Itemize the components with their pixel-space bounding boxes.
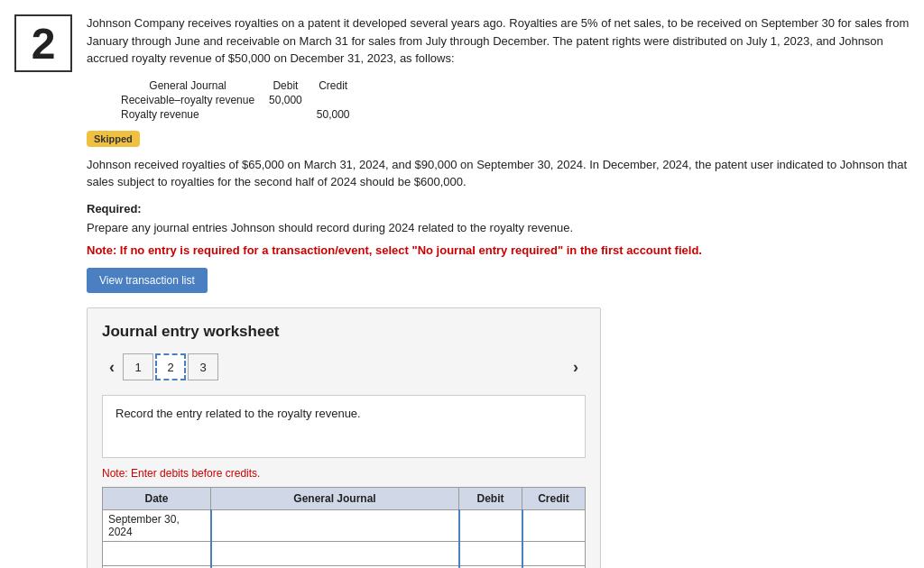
tab-1[interactable]: 1 <box>123 353 153 380</box>
gj-debit-2 <box>262 107 310 122</box>
note-red: Note: If no entry is required for a tran… <box>87 243 910 257</box>
worksheet-title: Journal entry worksheet <box>102 323 586 341</box>
content-area: Johnson Company receives royalties on a … <box>87 14 910 568</box>
problem-text: Johnson Company receives royalties on a … <box>87 14 910 68</box>
gj-header-name: General Journal <box>114 78 262 93</box>
tab-navigation: ‹ 1 2 3 › <box>102 353 586 380</box>
journal-input[interactable] <box>212 542 458 565</box>
skipped-badge: Skipped <box>87 131 140 147</box>
tab-3[interactable]: 3 <box>188 353 218 380</box>
general-journal-table: General Journal Debit Credit Receivable–… <box>114 78 357 122</box>
table-row: September 30, 2024 <box>103 510 586 542</box>
journal-cell[interactable] <box>211 510 459 542</box>
credit-cell[interactable] <box>522 510 586 542</box>
gj-credit-2: 50,000 <box>310 107 357 122</box>
table-row <box>103 542 586 566</box>
gj-credit-1 <box>310 93 357 107</box>
col-header-debit: Debit <box>459 488 522 510</box>
main-container: 2 Johnson Company receives royalties on … <box>14 14 910 568</box>
gj-row-2: Royalty revenue 50,000 <box>114 107 357 122</box>
gj-header-credit: Credit <box>310 78 357 93</box>
journal-entry-table: Date General Journal Debit Credit Septem… <box>102 487 586 568</box>
prev-tab-button[interactable]: ‹ <box>102 356 122 379</box>
gj-account-1: Receivable–royalty revenue <box>114 93 262 107</box>
col-header-credit: Credit <box>522 488 586 510</box>
credit-input[interactable] <box>523 510 586 541</box>
date-cell[interactable] <box>103 542 211 566</box>
required-label: Required: <box>87 202 910 215</box>
continuation-text: Johnson received royalties of $65,000 on… <box>87 156 910 191</box>
note-debits: Note: Enter debits before credits. <box>102 467 586 480</box>
col-header-journal: General Journal <box>211 488 459 510</box>
credit-cell[interactable] <box>522 542 586 566</box>
debit-cell[interactable] <box>459 542 522 566</box>
debit-cell[interactable] <box>459 510 522 542</box>
instruction-text: Record the entry related to the royalty … <box>116 407 361 420</box>
col-header-date: Date <box>103 488 211 510</box>
next-tab-button[interactable]: › <box>566 356 586 379</box>
journal-input[interactable] <box>212 510 458 541</box>
gj-row-1: Receivable–royalty revenue 50,000 <box>114 93 357 107</box>
debit-input[interactable] <box>460 510 522 541</box>
instruction-box: Record the entry related to the royalty … <box>102 395 586 458</box>
date-input[interactable] <box>108 545 205 563</box>
view-transaction-button[interactable]: View transaction list <box>87 268 208 293</box>
tab-2[interactable]: 2 <box>155 353 186 380</box>
gj-header-debit: Debit <box>262 78 310 93</box>
problem-number: 2 <box>14 14 72 72</box>
required-text: Prepare any journal entries Johnson shou… <box>87 219 910 237</box>
gj-account-2: Royalty revenue <box>114 107 262 122</box>
debit-input[interactable] <box>460 542 522 565</box>
journal-cell[interactable] <box>211 542 459 566</box>
credit-input[interactable] <box>523 542 586 565</box>
date-cell: September 30, 2024 <box>103 510 211 542</box>
gj-debit-1: 50,000 <box>262 93 310 107</box>
worksheet-container: Journal entry worksheet ‹ 1 2 3 › Record… <box>87 307 601 568</box>
